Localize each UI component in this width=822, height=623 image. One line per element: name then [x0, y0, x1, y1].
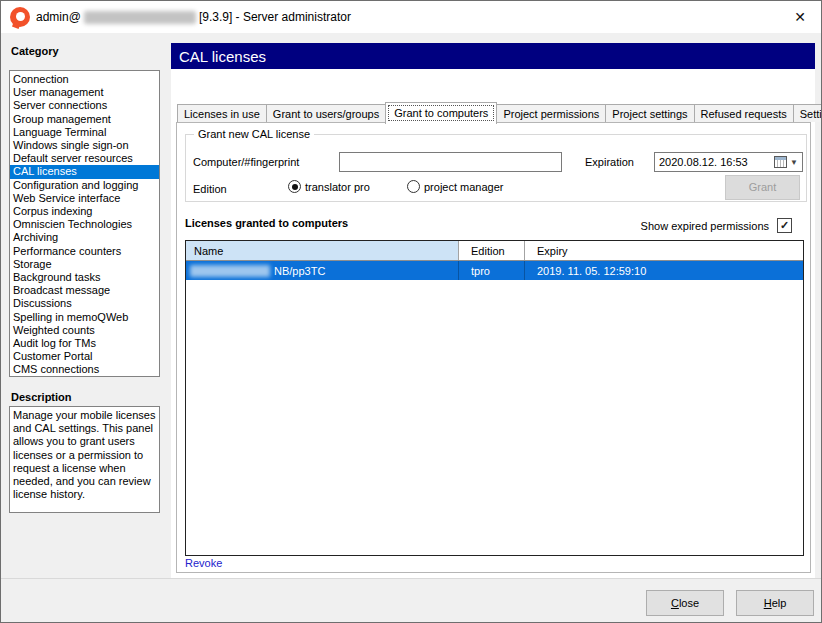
- sidebar-item-server-connections[interactable]: Server connections: [10, 99, 159, 112]
- page-title: CAL licenses: [171, 43, 815, 69]
- window-title-version: [9.3.9] - Server administrator: [199, 10, 351, 24]
- sidebar-item-language-terminal[interactable]: Language Terminal: [10, 126, 159, 139]
- sidebar-item-corpus-indexing[interactable]: Corpus indexing: [10, 205, 159, 218]
- sidebar-item-connection[interactable]: Connection: [10, 73, 159, 86]
- column-header-edition[interactable]: Edition: [459, 241, 525, 260]
- licenses-table: NameEditionExpiry NB/pp3TCtpro2019. 11. …: [185, 240, 804, 556]
- sidebar-item-windows-single-sign-on[interactable]: Windows single sign-on: [10, 139, 159, 152]
- server-administrator-window: admin@ [9.3.9] - Server administrator ✕ …: [0, 0, 822, 623]
- show-expired-permissions-label[interactable]: Show expired permissions: [641, 220, 769, 232]
- redacted-computer-name: [190, 265, 270, 277]
- tab-strip: Licenses in useGrant to users/groupsGran…: [177, 102, 822, 124]
- sidebar-item-weighted-counts[interactable]: Weighted counts: [10, 324, 159, 337]
- column-header-name[interactable]: Name: [186, 241, 459, 260]
- table-row[interactable]: NB/pp3TCtpro2019. 11. 05. 12:59:10: [186, 261, 803, 280]
- sidebar-item-omniscien-technologies[interactable]: Omniscien Technologies: [10, 218, 159, 231]
- tab-grant-to-computers[interactable]: Grant to computers: [385, 102, 497, 124]
- window-title-user: admin@: [36, 10, 81, 24]
- cell-edition: tpro: [459, 261, 525, 280]
- sidebar-item-broadcast-message[interactable]: Broadcast message: [10, 284, 159, 297]
- window-title: admin@ [9.3.9] - Server administrator: [36, 10, 351, 24]
- sidebar-item-group-management[interactable]: Group management: [10, 113, 159, 126]
- computer-fingerprint-input[interactable]: [339, 152, 562, 172]
- revoke-link[interactable]: Revoke: [185, 557, 222, 569]
- help-button[interactable]: Help: [736, 590, 814, 616]
- chevron-down-icon[interactable]: ▼: [790, 158, 798, 167]
- licenses-granted-heading: Licenses granted to computers: [185, 217, 348, 229]
- tab-grant-to-users-groups[interactable]: Grant to users/groups: [266, 104, 386, 122]
- close-button[interactable]: Close: [646, 590, 724, 616]
- memoq-logo-icon: [10, 7, 30, 27]
- edition-label: Edition: [193, 183, 227, 195]
- close-icon[interactable]: ✕: [789, 7, 811, 27]
- sidebar-item-configuration-and-logging[interactable]: Configuration and logging: [10, 179, 159, 192]
- sidebar-item-customer-portal[interactable]: Customer Portal: [10, 350, 159, 363]
- title-bar: admin@ [9.3.9] - Server administrator ✕: [1, 1, 821, 33]
- sidebar-item-background-tasks[interactable]: Background tasks: [10, 271, 159, 284]
- cell-name: NB/pp3TC: [186, 261, 459, 280]
- description-heading: Description: [11, 391, 72, 403]
- sidebar-item-discussions[interactable]: Discussions: [10, 297, 159, 310]
- sidebar-item-performance-counters[interactable]: Performance counters: [10, 245, 159, 258]
- tab-refused-requests[interactable]: Refused requests: [694, 104, 794, 122]
- cell-name-text: NB/pp3TC: [274, 265, 325, 277]
- sidebar-item-cms-connections[interactable]: CMS connections: [10, 363, 159, 376]
- sidebar-item-user-management[interactable]: User management: [10, 86, 159, 99]
- sidebar-item-archiving[interactable]: Archiving: [10, 231, 159, 244]
- computer-fingerprint-label: Computer/#fingerprint: [193, 156, 299, 168]
- radio-project-manager-label[interactable]: project manager: [424, 181, 504, 193]
- calendar-icon: [774, 156, 787, 168]
- expiration-label: Expiration: [585, 156, 634, 168]
- radio-translator-pro-label[interactable]: translator pro: [305, 181, 370, 193]
- redacted-server-name: [84, 11, 196, 24]
- groupbox-legend: Grant new CAL license: [194, 128, 314, 140]
- category-list: ConnectionUser managementServer connecti…: [9, 70, 160, 377]
- sidebar-item-web-service-interface[interactable]: Web Service interface: [10, 192, 159, 205]
- table-header-row: NameEditionExpiry: [186, 241, 803, 261]
- sidebar-item-cal-licenses[interactable]: CAL licenses: [10, 165, 159, 178]
- description-box: Manage your mobile licenses and CAL sett…: [9, 406, 160, 513]
- grant-new-cal-license-groupbox: Grant new CAL license Computer/#fingerpr…: [185, 134, 807, 202]
- column-header-expiry[interactable]: Expiry: [525, 241, 803, 260]
- footer-divider: [1, 578, 822, 579]
- sidebar-item-spelling-in-memoqweb[interactable]: Spelling in memoQWeb: [10, 311, 159, 324]
- tab-licenses-in-use[interactable]: Licenses in use: [177, 104, 267, 122]
- sidebar-item-audit-log-for-tms[interactable]: Audit log for TMs: [10, 337, 159, 350]
- sidebar-item-storage[interactable]: Storage: [10, 258, 159, 271]
- show-expired-permissions-checkbox[interactable]: ✓: [777, 218, 792, 233]
- tab-project-settings[interactable]: Project settings: [605, 104, 694, 122]
- radio-project-manager[interactable]: [407, 180, 420, 193]
- tab-project-permissions[interactable]: Project permissions: [496, 104, 606, 122]
- sidebar-item-default-server-resources[interactable]: Default server resources: [10, 152, 159, 165]
- category-heading: Category: [11, 45, 59, 57]
- expiration-datepicker[interactable]: 2020.08.12. 16:53 ▼: [654, 152, 803, 172]
- tab-settings[interactable]: Settings: [793, 104, 822, 122]
- cell-expiry: 2019. 11. 05. 12:59:10: [525, 261, 803, 280]
- radio-translator-pro[interactable]: [288, 180, 301, 193]
- expiration-value: 2020.08.12. 16:53: [655, 156, 774, 168]
- grant-button[interactable]: Grant: [725, 175, 800, 200]
